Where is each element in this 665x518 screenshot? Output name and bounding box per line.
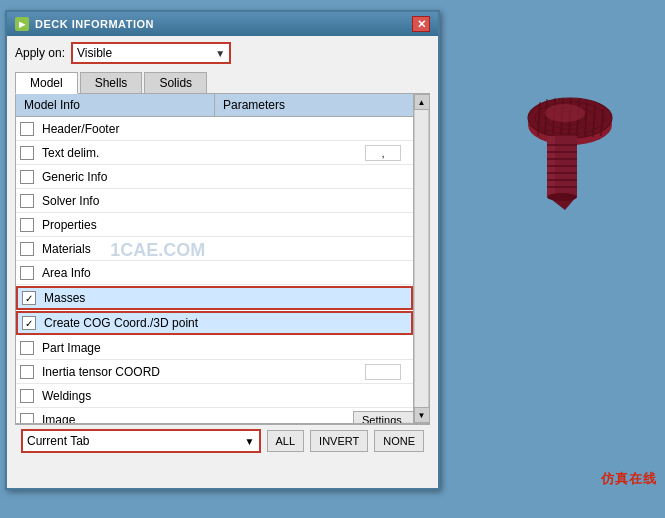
close-button[interactable]: ✕ [412, 16, 430, 32]
apply-on-dropdown[interactable]: Visible ▼ [71, 42, 231, 64]
table-row: Properties [16, 213, 413, 237]
col-header-model-info: Model Info [16, 94, 215, 116]
row-label-image: Image [38, 411, 353, 424]
table-row: Area Info [16, 261, 413, 285]
row-label-properties: Properties [38, 216, 353, 234]
table-row: Inertia tensor COORD [16, 360, 413, 384]
checkbox-area-info[interactable] [20, 266, 34, 280]
table-row: Materials [16, 237, 413, 261]
row-value-inertia [353, 362, 413, 382]
scrollbar: ▲ ▼ [413, 94, 429, 423]
chinese-label: 仿真在线 [601, 470, 657, 488]
main-window: ▶ DECK INFORMATION ✕ Apply on: Visible ▼… [5, 10, 440, 490]
all-button[interactable]: ALL [267, 430, 305, 452]
invert-button[interactable]: INVERT [310, 430, 368, 452]
apply-on-value: Visible [77, 46, 112, 60]
row-label-header-footer: Header/Footer [38, 120, 353, 138]
table-row: Text delim. [16, 141, 413, 165]
checkbox-text-delim[interactable] [20, 146, 34, 160]
checkbox-solver-info[interactable] [20, 194, 34, 208]
scroll-down-button[interactable]: ▼ [414, 407, 430, 423]
checkbox-inertia[interactable] [20, 365, 34, 379]
window-body: Apply on: Visible ▼ Model Shells Solids [7, 36, 438, 463]
row-label-weldings: Weldings [38, 387, 353, 405]
table-area: Model Info Parameters Header/Footer Text… [16, 94, 413, 423]
checkbox-properties[interactable] [20, 218, 34, 232]
table-row-cog: ✓ Create COG Coord./3D point [16, 311, 413, 335]
settings-button[interactable]: Settings... [353, 411, 413, 424]
svg-point-26 [547, 193, 577, 201]
current-tab-label: Current Tab [27, 434, 89, 448]
text-delim-input[interactable] [365, 145, 401, 161]
table-header: Model Info Parameters [16, 94, 413, 117]
row-label-solver-info: Solver Info [38, 192, 353, 210]
row-value-text-delim [353, 143, 413, 163]
bolt-svg [485, 80, 635, 220]
bottom-bar: Current Tab ▼ ALL INVERT NONE [15, 424, 430, 457]
table-row: Header/Footer [16, 117, 413, 141]
tab-solids[interactable]: Solids [144, 72, 207, 93]
window-title: DECK INFORMATION [35, 18, 154, 30]
col-header-parameters: Parameters [215, 94, 413, 116]
tabs-row: Model Shells Solids [15, 72, 430, 94]
none-button[interactable]: NONE [374, 430, 424, 452]
apply-on-label: Apply on: [15, 46, 65, 60]
checkbox-materials[interactable] [20, 242, 34, 256]
apply-on-row: Apply on: Visible ▼ [15, 42, 430, 64]
dropdown-arrow-icon: ▼ [215, 48, 225, 59]
table-row-masses: ✓ Masses [16, 286, 413, 310]
bolt-illustration [485, 80, 635, 220]
checkbox-cog[interactable]: ✓ [22, 316, 36, 330]
current-tab-dropdown[interactable]: Current Tab ▼ [21, 429, 261, 453]
scroll-track[interactable] [414, 110, 429, 407]
scroll-up-button[interactable]: ▲ [414, 94, 430, 110]
table-row: Image Settings... [16, 408, 413, 423]
checkbox-masses[interactable]: ✓ [22, 291, 36, 305]
table-rows: Header/Footer Text delim. Ge [16, 117, 413, 423]
table-row: Solver Info [16, 189, 413, 213]
row-label-part-image: Part Image [38, 339, 353, 357]
table-row: Part Image [16, 336, 413, 360]
row-label-masses: Masses [40, 289, 351, 307]
checkbox-image[interactable] [20, 413, 34, 424]
table-row: Weldings [16, 384, 413, 408]
checkbox-header-footer[interactable] [20, 122, 34, 136]
tab-model[interactable]: Model [15, 72, 78, 94]
app-icon: ▶ [15, 17, 29, 31]
checkbox-part-image[interactable] [20, 341, 34, 355]
row-label-cog: Create COG Coord./3D point [40, 314, 351, 332]
inertia-input[interactable] [365, 364, 401, 380]
table-row: Generic Info [16, 165, 413, 189]
row-label-text-delim: Text delim. [38, 144, 353, 162]
svg-point-15 [545, 104, 585, 122]
checkbox-generic-info[interactable] [20, 170, 34, 184]
row-label-area-info: Area Info [38, 264, 353, 282]
row-label-generic-info: Generic Info [38, 168, 353, 186]
main-table: Model Info Parameters Header/Footer Text… [15, 94, 430, 424]
row-label-inertia: Inertia tensor COORD [38, 363, 353, 381]
tab-shells[interactable]: Shells [80, 72, 143, 93]
title-bar: ▶ DECK INFORMATION ✕ [7, 12, 438, 36]
dropdown-arrow-icon: ▼ [245, 436, 255, 447]
row-value-image: Settings... [353, 411, 413, 424]
title-bar-left: ▶ DECK INFORMATION [15, 17, 154, 31]
row-label-materials: Materials [38, 240, 353, 258]
checkbox-weldings[interactable] [20, 389, 34, 403]
